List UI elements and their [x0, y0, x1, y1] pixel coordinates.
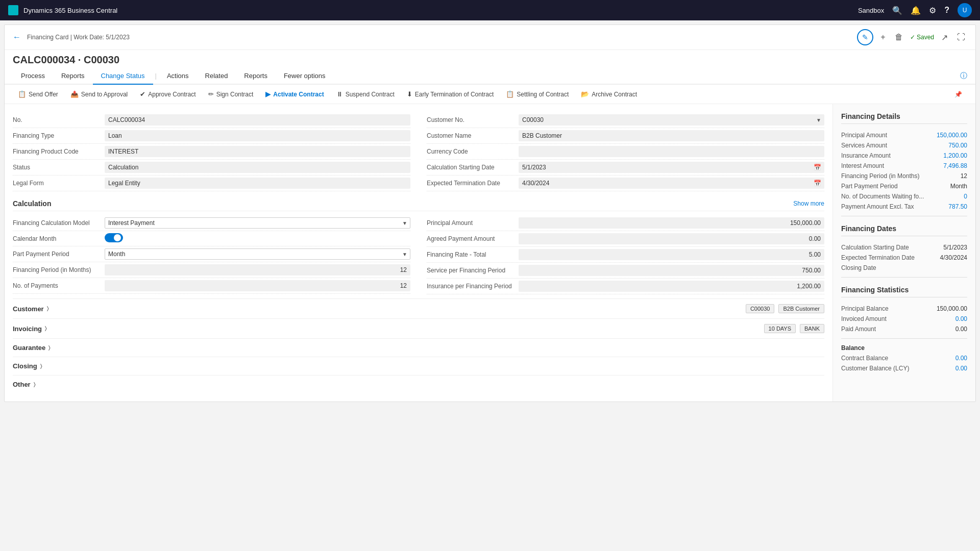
panel-principal-amount: Principal Amount 150,000.00	[841, 130, 967, 140]
financing-rate-label: Financing Rate - Total	[427, 251, 519, 258]
calc-model-row: Financing Calculation Model Interest Pay…	[13, 215, 410, 231]
insurance-per-period-input[interactable]	[519, 281, 824, 292]
help-button[interactable]: ?	[944, 6, 949, 15]
user-avatar[interactable]: U	[958, 3, 972, 17]
archive-button[interactable]: 📂 Archive Contract	[576, 88, 642, 101]
customer-section[interactable]: Customer 〉 C00030 B2B Customer	[13, 298, 824, 318]
panel-insurance-value: 1,200.00	[943, 152, 967, 159]
calendar-month-label: Calendar Month	[13, 235, 105, 242]
financing-rate-input[interactable]	[519, 249, 824, 260]
invoicing-section[interactable]: Invoicing 〉 10 DAYS BANK	[13, 318, 824, 338]
page-header: ← Financing Card | Work Date: 5/1/2023 ✎…	[5, 25, 975, 50]
calc-model-label: Financing Calculation Model	[13, 219, 105, 227]
other-section[interactable]: Other 〉	[13, 375, 824, 393]
no-payments-input[interactable]	[105, 280, 410, 291]
panel-no-docs: No. of Documents Waiting fo... 0	[841, 191, 967, 202]
right-col: Customer No. ▼ Customer Name Currenc	[427, 112, 824, 191]
expected-term-wrap: 📅	[519, 178, 824, 189]
early-termination-button[interactable]: ⬇ Early Termination of Contract	[402, 88, 499, 101]
panel-services-label: Services Amount	[841, 142, 887, 149]
delete-button[interactable]: 🗑	[893, 31, 905, 44]
calc-right-col: Principal Amount Agreed Payment Amount F…	[427, 215, 824, 294]
send-offer-button[interactable]: 📋 Send Offer	[13, 88, 63, 101]
panel-payment-excl-label: Payment Amount Excl. Tax	[841, 203, 914, 210]
send-offer-icon: 📋	[18, 90, 26, 98]
tab-fewer-options[interactable]: Fewer options	[276, 68, 334, 85]
balance-heading: Balance	[841, 344, 865, 352]
back-button[interactable]: ←	[13, 33, 21, 42]
guarantee-section-title: Guarantee 〉	[13, 344, 50, 352]
calendar-month-toggle[interactable]	[105, 233, 123, 242]
customer-no-row: Customer No. ▼	[427, 112, 824, 128]
show-more-button[interactable]: Show more	[793, 200, 824, 207]
product-code-input[interactable]	[105, 146, 410, 157]
tab-reports-2[interactable]: Reports	[236, 68, 276, 85]
send-to-approval-icon: 📤	[70, 90, 79, 98]
tab-change-status[interactable]: Change Status	[93, 68, 153, 85]
add-button[interactable]: +	[878, 31, 887, 44]
panel-part-payment-label: Part Payment Period	[841, 183, 898, 190]
no-input[interactable]	[105, 114, 410, 126]
panel-paid-label: Paid Amount	[841, 325, 876, 333]
app-icon	[8, 5, 18, 15]
search-button[interactable]: 🔍	[892, 6, 902, 15]
info-icon[interactable]: ⓘ	[960, 71, 967, 81]
expected-term-input[interactable]	[519, 178, 824, 189]
calc-start-calendar-icon[interactable]: 📅	[814, 164, 821, 171]
edit-button[interactable]: ✎	[857, 29, 873, 45]
calc-start-input[interactable]	[519, 162, 824, 173]
open-new-window-button[interactable]: ↗	[939, 31, 950, 44]
legal-form-input[interactable]	[105, 178, 410, 189]
activate-contract-button[interactable]: ▶ Activate Contract	[260, 88, 329, 101]
financing-rate-wrap	[519, 249, 824, 260]
financing-period-wrap	[105, 264, 410, 276]
tab-reports-1[interactable]: Reports	[53, 68, 93, 85]
sandbox-label: Sandbox	[858, 7, 884, 14]
tab-actions[interactable]: Actions	[159, 68, 197, 85]
agreed-payment-input[interactable]	[519, 233, 824, 244]
legal-form-wrap	[105, 178, 410, 189]
panel-payment-excl-tax: Payment Amount Excl. Tax 787.50	[841, 202, 967, 212]
panel-invoiced-value: 0.00	[955, 315, 967, 322]
panel-services-value: 750.00	[948, 142, 967, 149]
toolbar-pin-button[interactable]: 📌	[949, 88, 967, 101]
notification-button[interactable]: 🔔	[911, 6, 921, 15]
status-input[interactable]	[105, 162, 410, 173]
customer-no-input[interactable]	[519, 114, 824, 126]
currency-code-input[interactable]	[519, 146, 824, 157]
expected-term-calendar-icon[interactable]: 📅	[814, 180, 821, 187]
calc-model-select[interactable]: Interest Payment Annuity Linear	[105, 217, 410, 229]
customer-name-input[interactable]	[519, 130, 824, 141]
app-name: Dynamics 365 Business Central	[23, 7, 117, 14]
panel-customer-balance: Customer Balance (LCY) 0.00	[841, 363, 967, 373]
status-row: Status	[13, 160, 410, 176]
no-field-row: No.	[13, 112, 410, 128]
financing-period-input[interactable]	[105, 264, 410, 276]
tab-related[interactable]: Related	[197, 68, 236, 85]
sign-contract-button[interactable]: ✏ Sign Contract	[203, 88, 259, 101]
panel-interest-value: 7,496.88	[943, 162, 967, 169]
right-panel: Financing Details Principal Amount 150,0…	[832, 104, 975, 402]
agreed-payment-label: Agreed Payment Amount	[427, 235, 519, 242]
part-payment-select[interactable]: Month Quarter Year	[105, 248, 410, 260]
settings-button[interactable]: ⚙	[929, 6, 936, 15]
financing-type-input[interactable]	[105, 130, 410, 141]
page-container: ← Financing Card | Work Date: 5/1/2023 ✎…	[4, 24, 976, 402]
principal-amount-input[interactable]	[519, 217, 824, 229]
guarantee-section[interactable]: Guarantee 〉	[13, 338, 824, 357]
panel-expected-term-value: 4/30/2024	[940, 254, 967, 261]
service-per-period-input[interactable]	[519, 265, 824, 276]
send-to-approval-button[interactable]: 📤 Send to Approval	[65, 88, 133, 101]
settling-icon: 📋	[506, 90, 514, 98]
suspend-contract-button[interactable]: ⏸ Suspend Contract	[331, 88, 400, 101]
settling-button[interactable]: 📋 Settling of Contract	[501, 88, 574, 101]
closing-section[interactable]: Closing 〉	[13, 357, 824, 375]
approve-contract-button[interactable]: ✔ Approve Contract	[135, 88, 201, 101]
panel-calc-start: Calculation Starting Date 5/1/2023	[841, 242, 967, 253]
tab-process[interactable]: Process	[13, 68, 53, 85]
expand-button[interactable]: ⛶	[955, 31, 967, 44]
panel-insurance-label: Insurance Amount	[841, 152, 891, 159]
agreed-payment-wrap	[519, 233, 824, 244]
financing-period-row: Financing Period (in Months)	[13, 262, 410, 278]
part-payment-label: Part Payment Period	[13, 251, 105, 258]
